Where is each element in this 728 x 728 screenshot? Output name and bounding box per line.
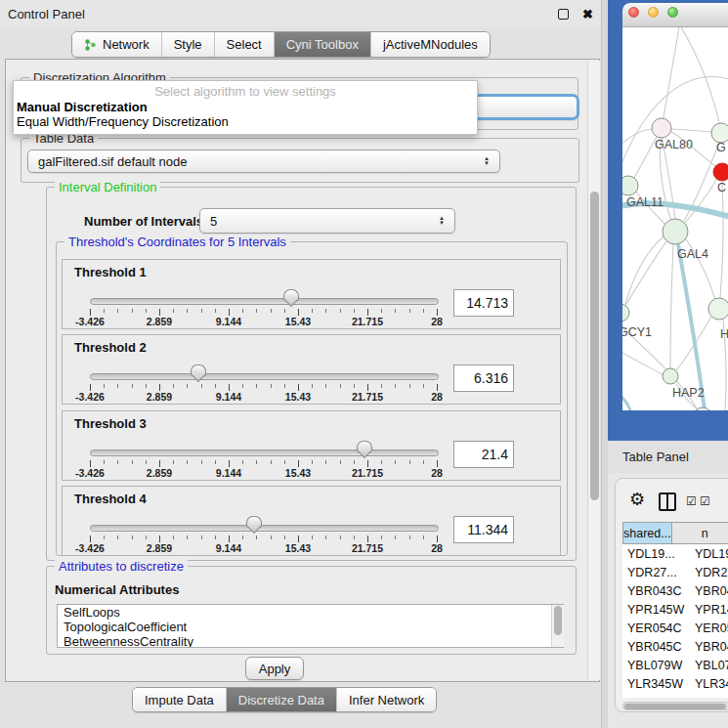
network-edge[interactable] bbox=[681, 27, 719, 122]
network-edge[interactable] bbox=[625, 241, 666, 306]
scrollbar-thumb[interactable] bbox=[624, 704, 726, 709]
tick-mark bbox=[409, 309, 410, 313]
network-edge[interactable] bbox=[622, 350, 664, 375]
tick-mark bbox=[340, 535, 341, 539]
tick-mark bbox=[132, 535, 133, 539]
table-row[interactable]: YBR045CYBR04 bbox=[622, 637, 728, 656]
table-horizontal-scrollbar[interactable] bbox=[622, 702, 728, 710]
cell-name: YDR27 bbox=[692, 566, 728, 579]
network-node-gal11[interactable] bbox=[622, 176, 638, 195]
subtab-infer-network[interactable]: Infer Network bbox=[336, 688, 436, 711]
cell-shared-name: YDL19... bbox=[622, 547, 692, 561]
panel-splitter[interactable] bbox=[601, 0, 608, 728]
tick-mark bbox=[242, 309, 243, 313]
tick-mark bbox=[229, 460, 230, 467]
algorithm-option-equal-width-frequency-discretization[interactable]: Equal Width/Frequency Discretization bbox=[14, 114, 477, 129]
checkbox-icon[interactable]: ☑ bbox=[686, 495, 697, 507]
tick-mark bbox=[173, 535, 174, 539]
column-header-shared-name[interactable]: shared... bbox=[622, 522, 672, 544]
tick-mark bbox=[229, 384, 230, 391]
table-data-combobox[interactable]: galFiltered.sif default node ▲▼ bbox=[27, 150, 500, 173]
top-tab-bar: NetworkStyleSelectCyni ToolboxjActiveMNo… bbox=[71, 31, 491, 58]
tick-label: 15.43 bbox=[285, 467, 311, 479]
checkbox-icon[interactable]: ☑ bbox=[700, 495, 710, 507]
number-of-intervals-combobox[interactable]: 5 ▲▼ bbox=[199, 208, 455, 234]
network-edge[interactable] bbox=[670, 244, 673, 368]
zoom-traffic-icon[interactable] bbox=[667, 7, 678, 18]
threshold-value-input[interactable] bbox=[453, 289, 514, 317]
tab-network[interactable]: Network bbox=[72, 32, 161, 57]
tick-mark bbox=[173, 384, 174, 388]
network-edge[interactable] bbox=[671, 129, 711, 132]
tab-cyni-toolbox[interactable]: Cyni Toolbox bbox=[274, 32, 370, 57]
table-row[interactable]: YDR27...YDR27 bbox=[622, 563, 728, 581]
slider-thumb[interactable] bbox=[246, 516, 262, 527]
float-window-icon[interactable] bbox=[558, 9, 569, 20]
network-edge[interactable] bbox=[634, 137, 657, 178]
network-view-window: GAL80GCGAL11GAL4GCY1HHAP2 bbox=[622, 3, 728, 410]
threshold-slider[interactable]: -3.4262.8599.14415.4321.71528 bbox=[90, 487, 437, 557]
threshold-slider[interactable]: -3.4262.8599.14415.4321.71528 bbox=[90, 260, 437, 330]
minimize-traffic-icon[interactable] bbox=[648, 7, 659, 18]
threshold-value-input[interactable] bbox=[453, 441, 514, 468]
tab-select[interactable]: Select bbox=[214, 32, 274, 57]
tick-label: -3.426 bbox=[75, 391, 105, 403]
gear-icon[interactable]: ⚙ bbox=[629, 491, 645, 508]
tab-style[interactable]: Style bbox=[161, 32, 214, 57]
table-row[interactable]: YER054CYER05 bbox=[622, 619, 728, 637]
slider-thumb[interactable] bbox=[283, 289, 299, 300]
tick-mark bbox=[146, 460, 147, 464]
column-header-name[interactable]: n bbox=[672, 522, 728, 544]
cell-name: YDL19 bbox=[692, 547, 728, 561]
network-node-gal4[interactable] bbox=[663, 219, 688, 244]
columns-icon[interactable] bbox=[659, 492, 676, 511]
table-row[interactable]: YIL052CYIL05 bbox=[622, 693, 728, 698]
algorithm-option-manual-discretization[interactable]: Manual Discretization bbox=[14, 100, 477, 114]
attribute-list-scrollbar[interactable] bbox=[551, 605, 564, 647]
attribute-item-selfloops[interactable]: SelfLoops bbox=[58, 605, 563, 620]
tab-jactivemnodules[interactable]: jActiveMNodules bbox=[370, 32, 490, 57]
threshold-panel-3: Threshold 3-3.4262.8599.14415.4321.71528 bbox=[62, 410, 561, 481]
tick-label: 21.715 bbox=[352, 467, 383, 479]
screenshot-root: Control Panel ✖ NetworkStyleSelectCyni T… bbox=[0, 0, 728, 728]
network-edge[interactable] bbox=[720, 182, 723, 298]
node-label: HAP2 bbox=[672, 386, 705, 400]
network-node-gcy1[interactable] bbox=[622, 304, 629, 321]
tick-mark bbox=[381, 309, 382, 313]
network-node-c[interactable] bbox=[713, 163, 728, 181]
table-row[interactable]: YBR043CYBR04 bbox=[622, 581, 728, 600]
subtab-impute-data[interactable]: Impute Data bbox=[133, 688, 226, 711]
network-node-gal80[interactable] bbox=[652, 118, 671, 138]
attribute-item-topologicalcoefficient[interactable]: TopologicalCoefficient bbox=[58, 620, 563, 634]
threshold-value-input[interactable] bbox=[453, 516, 514, 543]
close-icon[interactable]: ✖ bbox=[582, 8, 593, 21]
close-traffic-icon[interactable] bbox=[628, 7, 639, 18]
panel-scrollbar[interactable] bbox=[587, 61, 600, 680]
network-node-hap2[interactable] bbox=[663, 368, 678, 384]
network-window-titlebar[interactable] bbox=[622, 3, 728, 27]
table-row[interactable]: YBL079WYBL07 bbox=[622, 656, 728, 674]
network-edge[interactable] bbox=[664, 27, 679, 118]
tick-mark bbox=[367, 535, 368, 542]
attributes-group-title: Attributes to discretize bbox=[55, 559, 188, 574]
network-canvas[interactable]: GAL80GCGAL11GAL4GCY1HHAP2 bbox=[622, 27, 728, 410]
network-node-g[interactable] bbox=[711, 123, 728, 143]
tick-mark bbox=[215, 535, 216, 539]
table-row[interactable]: YDL19...YDL19 bbox=[622, 544, 728, 563]
slider-thumb[interactable] bbox=[191, 364, 206, 375]
slider-thumb[interactable] bbox=[357, 441, 372, 451]
table-row[interactable]: YPR145WYPR14 bbox=[622, 600, 728, 619]
threshold-slider[interactable]: -3.4262.8599.14415.4321.71528 bbox=[90, 335, 437, 406]
subtab-discretize-data[interactable]: Discretize Data bbox=[226, 688, 336, 711]
network-edge[interactable] bbox=[625, 236, 664, 304]
attribute-item-betweennesscentrality[interactable]: BetweennessCentrality bbox=[58, 634, 563, 648]
tick-mark bbox=[256, 535, 257, 539]
tick-mark bbox=[117, 384, 118, 388]
threshold-slider[interactable]: -3.4262.8599.14415.4321.71528 bbox=[90, 411, 437, 482]
network-edge-highlighted[interactable] bbox=[622, 390, 631, 410]
apply-button[interactable]: Apply bbox=[245, 657, 304, 680]
table-row[interactable]: YLR345WYLR34 bbox=[622, 674, 728, 693]
network-node-h[interactable] bbox=[708, 298, 728, 320]
threshold-value-input[interactable] bbox=[453, 364, 514, 392]
tick-mark bbox=[242, 535, 243, 539]
